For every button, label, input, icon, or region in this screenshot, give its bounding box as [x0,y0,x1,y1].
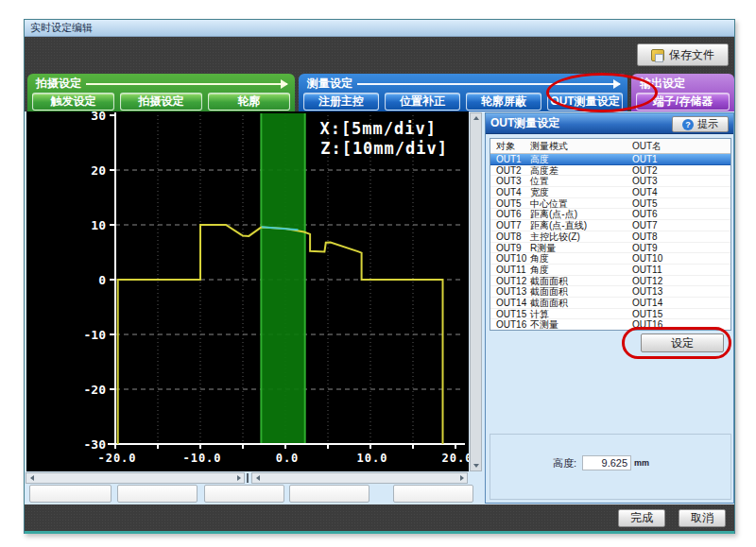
table-row[interactable]: OUT6距离(点-点)OUT6 [490,209,730,220]
scroll-up-icon[interactable] [471,113,481,123]
table-row[interactable]: OUT8主控比较(Z)OUT8 [490,231,730,243]
chart-horizontal-scrollbar-right[interactable] [251,472,468,484]
row-mode: 不测量 [530,319,632,330]
row-target: OUT12 [490,276,530,286]
row-out-name: OUT4 [632,187,730,197]
row-target: OUT16 [490,319,530,330]
scrollbar-divider [247,473,249,483]
table-row[interactable]: OUT11角度OUT11 [490,265,730,276]
row-target: OUT10 [490,253,530,264]
x-tick-label: 10.0 [357,452,388,465]
row-out-name: OUT10 [632,253,730,264]
row-target: OUT6 [490,209,530,219]
scroll-right-icon[interactable] [456,473,467,483]
tab-profile-mask[interactable]: 轮廓屏蔽 [466,93,541,111]
help-label: 提示 [697,117,718,131]
save-file-icon [651,49,664,61]
tab-trigger-settings[interactable]: 触发设定 [32,93,114,111]
measurement-result-box: 高度: 9.625 mm [490,434,731,500]
y-tick-label: -30 [84,437,107,452]
x-tick-label: -10.0 [182,452,221,465]
row-mode: 截面面积 [530,286,632,297]
save-file-label: 保存文件 [669,47,714,63]
help-icon: ? [682,119,694,130]
table-row[interactable]: OUT15计算OUT15 [490,309,730,320]
column-out-name: OUT名 [632,139,730,153]
tab-capture-settings[interactable]: 拍摄设定 [120,93,202,111]
table-row[interactable]: OUT2高度差OUT2 [490,165,730,177]
profile-chart: 3020100-10-20-30-20.0-10.00.010.020.0X:[… [26,111,469,471]
chart-vertical-scrollbar[interactable] [470,112,482,471]
height-label: 高度: [553,456,576,470]
row-target: OUT13 [490,286,530,297]
y-tick-label: 20 [91,163,106,178]
y-tick-label: 30 [91,111,106,123]
x-tick-label: 20.0 [442,452,469,465]
status-box [289,485,369,503]
row-target: OUT14 [490,298,530,308]
measurement-band [261,113,304,445]
highlight-annotation-set-button [622,327,731,359]
table-row[interactable]: OUT13截面面积OUT13 [490,286,730,298]
x-tick-label: -20.0 [97,452,136,465]
table-row[interactable]: OUT4宽度OUT4 [490,187,730,198]
x-tick-label: 0.0 [276,452,300,465]
table-row[interactable]: OUT7距离(点-直线)OUT7 [490,220,730,231]
measure-section-title: 测量设定 [307,76,352,92]
table-row[interactable]: OUT5中心位置OUT5 [490,198,730,210]
help-button[interactable]: ? 提示 [672,116,729,132]
row-mode: 截面面积 [530,276,632,286]
row-target: OUT3 [490,176,530,186]
row-mode: 角度 [530,265,632,275]
scroll-right-icon[interactable] [233,473,244,483]
row-mode: 高度 [530,154,632,164]
row-mode: 角度 [530,253,632,264]
out-measure-table: 对象 测量模式 OUT名 OUT1高度OUT1OUT2高度差OUT2OUT3位置… [490,138,731,331]
row-out-name: OUT12 [632,276,730,286]
row-out-name: OUT5 [632,198,730,209]
profile-chart-svg: 3020100-10-20-30-20.0-10.00.010.020.0X:[… [26,111,469,471]
row-target: OUT2 [490,165,530,176]
section-arrow-icon [86,83,287,85]
row-out-name: OUT15 [632,309,730,319]
row-mode: 截面面积 [530,298,632,308]
table-row[interactable]: OUT12截面面积OUT12 [490,276,730,287]
row-target: OUT11 [490,265,530,275]
table-row[interactable]: OUT9R测量OUT9 [490,243,730,254]
table-header: 对象 测量模式 OUT名 [490,139,730,154]
row-mode: 主控比较(Z) [530,231,632,242]
scroll-down-icon[interactable] [471,461,481,470]
row-mode: 计算 [530,309,632,319]
tab-register-master[interactable]: 注册主控 [303,93,379,111]
table-row[interactable]: OUT1高度OUT1 [490,154,730,165]
scroll-left-icon[interactable] [26,473,37,483]
cancel-button[interactable]: 取消 [679,509,726,527]
table-row[interactable]: OUT3位置OUT3 [490,176,730,187]
row-out-name: OUT11 [632,265,730,275]
tab-position-correction[interactable]: 位置补正 [385,93,460,111]
row-mode: 中心位置 [530,198,632,209]
status-box [393,485,473,503]
save-file-button[interactable]: 保存文件 [637,43,729,66]
scroll-left-icon[interactable] [252,473,263,483]
status-box [29,485,112,503]
tab-profile[interactable]: 轮廓 [208,93,290,111]
table-row[interactable]: OUT10角度OUT10 [490,253,730,265]
window-title: 实时设定编辑 [30,22,93,33]
chart-horizontal-scrollbar-left[interactable] [26,472,245,484]
row-out-name: OUT1 [632,154,730,164]
row-mode: 高度差 [530,165,632,176]
highlight-annotation-out-tab [546,73,658,112]
column-mode: 测量模式 [530,139,632,153]
finish-button[interactable]: 完成 [618,509,665,527]
table-row[interactable]: OUT14截面面积OUT14 [490,298,730,309]
row-mode: 位置 [530,176,632,186]
height-unit: mm [634,458,649,468]
capture-section-title: 拍摄设定 [36,76,81,92]
capture-settings-section: 拍摄设定 触发设定 拍摄设定 轮廓 [27,74,295,111]
row-target: OUT9 [490,243,530,253]
status-box [204,485,284,503]
row-mode: 距离(点-直线) [530,220,632,231]
row-out-name: OUT13 [632,286,730,297]
y-tick-label: -10 [84,328,107,342]
